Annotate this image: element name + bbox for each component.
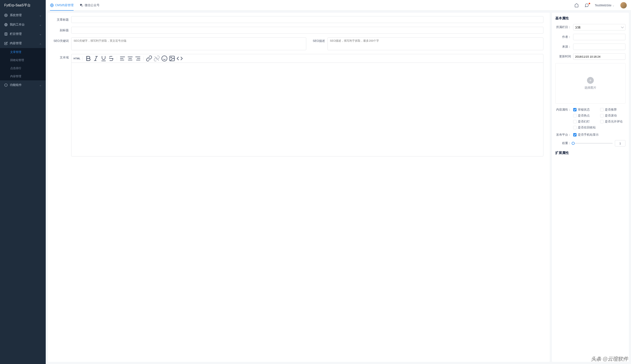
rich-text-editor: HTML <box>71 54 544 156</box>
weight-label: 权重： <box>555 142 573 145</box>
article-form: 文章标题 副标题 SEO关键词 SEO描述 <box>48 13 550 362</box>
check-label: 是否幻灯 <box>578 120 590 124</box>
notification-dot-icon <box>589 3 590 4</box>
editor-toolbar: HTML <box>72 54 543 63</box>
sidebar-item-label: 系统管理 <box>10 14 39 17</box>
editor-body[interactable] <box>72 63 543 156</box>
sidebar-item-components[interactable]: 功能组件 <box>0 80 46 90</box>
update-time-input[interactable] <box>573 53 626 60</box>
editor-link-button[interactable] <box>146 55 152 62</box>
toolbar-divider <box>117 56 117 60</box>
topbar: CMS内容管理 微信公众号 TestWebSite <box>46 0 631 11</box>
svg-line-24 <box>154 56 159 60</box>
image-upload[interactable]: + 选择图片 <box>555 63 626 104</box>
check-audit[interactable]: 审核状态 <box>573 108 597 112</box>
sidebar-subitem-recycle[interactable]: 回收站管理 <box>0 56 46 64</box>
editor-align-left-button[interactable] <box>119 55 126 62</box>
svg-point-0 <box>6 15 6 16</box>
gear-icon <box>4 14 8 17</box>
weight-value[interactable]: 1 <box>615 140 626 146</box>
chevron-down-icon <box>39 33 42 35</box>
sidebar-item-columns[interactable]: 栏目管理 <box>0 29 46 39</box>
source-input[interactable] <box>573 44 626 50</box>
sidebar-submenu-content: 文章管理 回收站管理 点击排行 内容管理 <box>0 48 46 80</box>
column-select[interactable]: 父级 <box>573 24 626 30</box>
chevron-down-icon <box>39 84 42 86</box>
check-mobile[interactable]: 是否手机站显示 <box>573 133 626 137</box>
checkbox-icon <box>573 108 576 112</box>
sidebar-item-workspace[interactable]: 我的工作台 <box>0 20 46 29</box>
sidebar-subitem-content[interactable]: 内容管理 <box>0 72 46 80</box>
basic-props-title: 基本属性 <box>555 16 626 20</box>
svg-point-29 <box>171 57 172 58</box>
sidebar-item-content[interactable]: 内容管理 <box>0 39 46 48</box>
check-label: 是否滚动 <box>605 114 617 118</box>
seo-desc-label: SEO描述 <box>308 38 328 50</box>
user-avatar[interactable] <box>620 2 627 8</box>
sidebar-item-system[interactable]: 系统管理 <box>0 11 46 20</box>
title-label: 文章标题 <box>48 16 71 23</box>
toolbar-divider <box>82 56 83 60</box>
editor-code-button[interactable] <box>176 55 183 62</box>
svg-rect-3 <box>5 33 7 35</box>
title-input[interactable] <box>71 16 544 23</box>
check-recommend[interactable]: 是否推荐 <box>600 108 624 112</box>
checkbox-icon <box>573 114 576 117</box>
check-scroll[interactable]: 是否滚动 <box>600 114 624 118</box>
weight-slider[interactable] <box>573 143 613 144</box>
checkbox-icon <box>600 108 604 112</box>
tab-wechat[interactable]: 微信公众号 <box>80 0 100 10</box>
site-selector[interactable]: TestWebSite <box>595 4 614 7</box>
editor-html-button[interactable]: HTML <box>74 55 80 62</box>
editor-image-button[interactable] <box>169 55 176 62</box>
slider-handle-icon <box>572 142 575 145</box>
upload-label: 选择图片 <box>584 86 596 90</box>
editor-bold-button[interactable] <box>85 55 92 62</box>
subtitle-input[interactable] <box>71 27 544 34</box>
main: CMS内容管理 微信公众号 TestWebSite <box>46 0 631 364</box>
check-hot[interactable]: 是否热点 <box>573 114 597 118</box>
seo-desc-input[interactable] <box>328 38 544 50</box>
editor-emoji-button[interactable] <box>161 55 168 62</box>
tab-bar: CMS内容管理 微信公众号 <box>50 0 100 10</box>
update-time-label: 更新时间 <box>555 55 573 58</box>
chevron-down-icon <box>39 24 42 26</box>
sidebar-item-label: 栏目管理 <box>10 32 39 36</box>
tab-cms[interactable]: CMS内容管理 <box>50 0 74 10</box>
check-label: 审核状态 <box>578 108 590 112</box>
sidebar: FytErp-SaaS平台 系统管理 我的工作台 栏目管理 内容管理 <box>0 0 46 364</box>
editor-align-right-button[interactable] <box>134 55 141 62</box>
check-recycle[interactable]: 是否在回收站 <box>573 126 597 130</box>
editor-unlink-button[interactable] <box>153 55 160 62</box>
message-button[interactable] <box>585 3 589 8</box>
source-label: 来源： <box>555 45 573 49</box>
home-button[interactable] <box>574 3 579 8</box>
cube-icon <box>4 83 8 87</box>
checkbox-icon <box>573 133 576 136</box>
platform-label: 发布平台： <box>555 133 573 137</box>
globe-icon <box>50 4 54 7</box>
svg-point-25 <box>162 56 167 61</box>
edit-icon <box>4 42 8 45</box>
ext-props-title: 扩展属性 <box>555 151 626 155</box>
content-attr-checks: 审核状态 是否推荐 是否热点 是否滚动 是否幻灯 是否允许评论 是否在回收站 <box>573 108 626 130</box>
editor-align-center-button[interactable] <box>127 55 134 62</box>
sidebar-subitem-clicks[interactable]: 点击排行 <box>0 64 46 72</box>
sidebar-subitem-articles[interactable]: 文章管理 <box>0 48 46 56</box>
content-wrap: 文章标题 副标题 SEO关键词 SEO描述 <box>46 11 631 364</box>
chevron-up-icon <box>39 42 42 44</box>
wechat-icon <box>80 4 83 7</box>
subtitle-label: 副标题 <box>48 27 71 34</box>
seo-keywords-input[interactable] <box>71 38 306 50</box>
editor-underline-button[interactable] <box>100 55 107 62</box>
toolbar-divider <box>143 56 144 60</box>
author-input[interactable] <box>573 34 626 40</box>
editor-strike-button[interactable] <box>108 55 115 62</box>
checkbox-icon <box>573 120 576 123</box>
tab-label: CMS内容管理 <box>55 4 74 7</box>
plus-icon: + <box>587 77 594 84</box>
check-comment[interactable]: 是否允许评论 <box>600 120 624 124</box>
sidebar-item-label: 我的工作台 <box>10 23 39 26</box>
check-slide[interactable]: 是否幻灯 <box>573 120 597 124</box>
editor-italic-button[interactable] <box>92 55 99 62</box>
